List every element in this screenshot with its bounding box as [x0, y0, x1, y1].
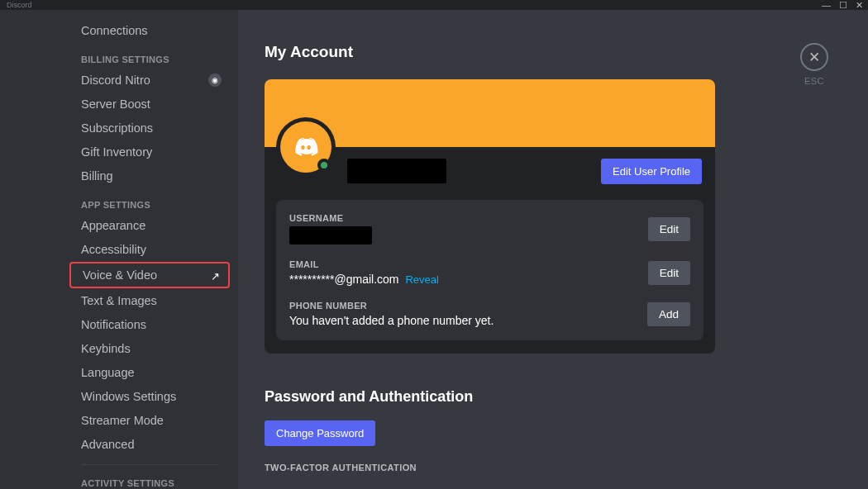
- sidebar-group-header: ACTIVITY SETTINGS: [69, 467, 230, 489]
- sidebar-item-discord-nitro[interactable]: Discord Nitro◉: [69, 69, 230, 92]
- sidebar-item-label: Streamer Mode: [81, 414, 164, 427]
- sidebar-item-label: Keybinds: [81, 342, 131, 355]
- sidebar-item-label: Windows Settings: [81, 390, 176, 403]
- edit-user-profile-button[interactable]: Edit User Profile: [601, 159, 702, 184]
- sidebar-item-label: Subscriptions: [81, 121, 153, 135]
- settings-sidebar: ConnectionsBILLING SETTINGSDiscord Nitro…: [64, 10, 238, 489]
- sidebar-item-text-images[interactable]: Text & Images: [69, 289, 230, 312]
- email-value: **********@gmail.com Reveal: [289, 273, 439, 286]
- sidebar-group-header: APP SETTINGS: [69, 188, 230, 213]
- sidebar-item-keybinds[interactable]: Keybinds: [69, 337, 230, 360]
- sidebar-item-label: Connections: [81, 24, 148, 37]
- sidebar-item-label: Advanced: [81, 438, 135, 451]
- sidebar-item-label: Billing: [81, 169, 113, 183]
- window-controls: — ☐ ✕: [822, 0, 865, 11]
- phone-value: You haven't added a phone number yet.: [289, 314, 494, 327]
- phone-label: PHONE NUMBER: [289, 301, 494, 311]
- sidebar-group-header: BILLING SETTINGS: [69, 43, 230, 68]
- reveal-email-link[interactable]: Reveal: [405, 273, 438, 286]
- account-fields: USERNAME Edit EMAIL **********@gmail.com…: [276, 200, 703, 340]
- titlebar-app-name: Discord: [3, 1, 32, 9]
- sidebar-item-advanced[interactable]: Advanced: [69, 433, 230, 456]
- username-label: USERNAME: [289, 213, 372, 223]
- sidebar-item-streamer-mode[interactable]: Streamer Mode: [69, 409, 230, 432]
- sidebar-item-accessibility[interactable]: Accessibility: [69, 238, 230, 261]
- account-card: Edit User Profile USERNAME Edit EMAIL **…: [265, 79, 715, 354]
- avatar[interactable]: [280, 121, 331, 173]
- sidebar-item-subscriptions[interactable]: Subscriptions: [69, 116, 230, 140]
- sidebar-item-windows-settings[interactable]: Windows Settings: [69, 385, 230, 408]
- sidebar-item-server-boost[interactable]: Server Boost: [69, 93, 230, 116]
- cursor-pointer-icon: ↖: [211, 270, 220, 282]
- email-label: EMAIL: [289, 259, 439, 269]
- sidebar-item-label: Voice & Video: [83, 268, 157, 282]
- edit-email-button[interactable]: Edit: [648, 261, 690, 285]
- sidebar-item-connections[interactable]: Connections: [69, 19, 230, 42]
- titlebar: Discord — ☐ ✕: [0, 0, 868, 10]
- sidebar-item-label: Notifications: [81, 318, 146, 331]
- sidebar-item-label: Accessibility: [81, 243, 146, 256]
- sidebar-item-language[interactable]: Language: [69, 361, 230, 384]
- status-online-icon: [317, 159, 331, 172]
- sidebar-item-label: Language: [81, 366, 135, 379]
- twofa-label: TWO-FACTOR AUTHENTICATION: [265, 463, 835, 472]
- nitro-badge-icon: ◉: [208, 74, 222, 87]
- add-phone-button[interactable]: Add: [647, 302, 690, 326]
- username-display: [347, 159, 446, 183]
- profile-row: Edit User Profile: [265, 147, 715, 195]
- sidebar-item-gift-inventory[interactable]: Gift Inventory: [69, 140, 230, 164]
- window-close-icon[interactable]: ✕: [856, 0, 863, 11]
- avatar-wrap: [276, 117, 336, 177]
- page-title: My Account: [265, 43, 835, 61]
- sidebar-item-billing[interactable]: Billing: [69, 164, 230, 188]
- sidebar-separator: [81, 464, 218, 465]
- field-username: USERNAME Edit: [289, 213, 690, 244]
- sidebar-item-notifications[interactable]: Notifications: [69, 313, 230, 336]
- sidebar-item-label: Appearance: [81, 219, 145, 232]
- window-maximize-icon[interactable]: ☐: [839, 0, 847, 11]
- close-settings[interactable]: ✕ ESC: [800, 43, 828, 86]
- edit-username-button[interactable]: Edit: [648, 217, 690, 241]
- field-phone: PHONE NUMBER You haven't added a phone n…: [289, 301, 690, 327]
- field-email: EMAIL **********@gmail.com Reveal Edit: [289, 259, 690, 286]
- esc-label: ESC: [804, 76, 824, 86]
- sidebar-gutter: [0, 10, 64, 489]
- sidebar-item-appearance[interactable]: Appearance: [69, 214, 230, 237]
- sidebar-item-label: Gift Inventory: [81, 145, 152, 159]
- username-value: [289, 226, 372, 244]
- sidebar-item-voice-video[interactable]: Voice & Video↖: [69, 262, 230, 288]
- discord-logo-icon: [292, 133, 320, 161]
- settings-content: ✕ ESC My Account Edit User Profile: [238, 10, 868, 489]
- sidebar-item-label: Server Boost: [81, 97, 150, 111]
- window-minimize-icon[interactable]: —: [822, 0, 831, 11]
- change-password-button[interactable]: Change Password: [265, 420, 375, 446]
- password-auth-title: Password and Authentication: [265, 388, 835, 406]
- sidebar-item-label: Text & Images: [81, 294, 157, 307]
- email-masked: **********@gmail.com: [289, 273, 399, 286]
- sidebar-item-label: Discord Nitro: [81, 74, 150, 87]
- close-icon[interactable]: ✕: [800, 43, 828, 71]
